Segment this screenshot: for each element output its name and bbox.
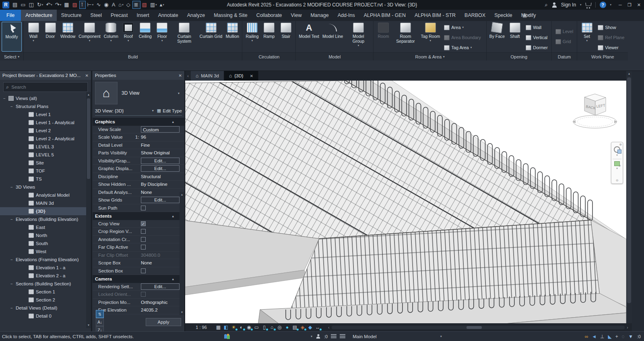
lock-3d-view-icon[interactable]: ⌂ [268,324,276,331]
tree-item[interactable]: Level 2 - Analytical [0,135,91,143]
tree-item[interactable]: Detail 0 [0,312,91,320]
ribbon-small-button[interactable]: Show [596,23,626,32]
close-navbar-icon[interactable]: ⊗ [619,143,622,146]
property-row[interactable]: Annotation Cr... ▴ [93,236,184,244]
tree-item[interactable]: − Sections (Building Section) [0,280,91,288]
checkbox[interactable] [141,221,146,226]
panel-label-build[interactable]: Build [24,52,242,60]
ribbon-small-button[interactable]: Vertical [524,33,550,42]
tree-item[interactable]: Section 1 [0,288,91,296]
active-workset-icon[interactable] [340,334,345,339]
scroll-up-icon[interactable]: ▴ [626,71,632,77]
expander-icon[interactable]: − [10,104,14,109]
navigation-bar[interactable]: ⊗ ▾ ▾ ⊖ [611,142,623,184]
zoom-region-icon[interactable] [614,161,620,166]
render-dialog-icon[interactable]: ◉ [245,324,253,331]
close-doc-icon[interactable]: ▨ [71,1,78,9]
tree-item[interactable]: Analytical Model [0,191,91,199]
ribbon-tab[interactable]: Insert [132,10,153,21]
checkbox[interactable] [141,206,146,210]
ribbon-tab[interactable]: ALPHA BIM - GEN [359,10,410,21]
property-row[interactable]: Visibility/Grap... Edit... Edit... ▴ [93,157,184,165]
ribbon-tab[interactable]: Structure [57,10,86,21]
ribbon-small-button[interactable]: Viewer [596,43,626,52]
collapse-section-icon[interactable]: ▴ [172,214,174,218]
scroll-down-icon[interactable]: ▾ [180,310,184,315]
shadows-icon[interactable]: ◐ [237,324,245,331]
property-row[interactable]: View Scale Custom Custom ▴ [93,126,184,134]
search-box[interactable]: ⌕ [3,82,88,92]
property-row[interactable]: Sun Path ▴ [93,204,184,212]
switch-windows-icon[interactable]: ▥ ▾ [149,1,158,9]
checkbox[interactable] [141,268,146,273]
scroll-down-icon[interactable]: ▾ [86,322,91,328]
scroll-up-icon[interactable]: ▴ [86,92,91,98]
close-view-tab-icon[interactable]: ✕ [250,74,253,78]
property-row[interactable]: Scope Box None None ▴ [93,259,184,267]
close-project-browser-icon[interactable]: ✕ [85,73,89,78]
tree-item[interactable]: LEVEL 5 [0,151,91,159]
media-tab[interactable]: ▣ ▾ [519,10,533,21]
ribbon-tab[interactable]: Speckle [490,10,516,21]
ribbon-button[interactable]: Model Text [297,22,320,52]
edit-button[interactable]: Edit... [141,158,180,164]
ribbon-small-button[interactable]: Area Boundary [442,33,484,42]
expander-icon[interactable]: − [10,306,14,310]
ribbon-small-button[interactable]: Wall [524,23,550,32]
search-icon[interactable]: ⌕ [545,2,547,8]
ribbon-small-button[interactable]: Grid [553,37,575,46]
panel-label-room-area[interactable]: Room & Area ▾ [374,52,486,60]
ribbon-button[interactable]: Tag Room ▾ [419,22,441,52]
checkbox[interactable] [141,229,146,234]
worksets-dialog-icon[interactable] [331,334,336,339]
wheel-caret-icon[interactable]: ▾ [616,154,618,157]
ribbon-tab[interactable]: BARBOX [460,10,490,21]
sun-settings-icon[interactable]: ☀ [230,324,237,331]
detail-level-icon[interactable]: ▦ [215,324,222,331]
ribbon-button[interactable]: Wall ▾ [25,22,41,52]
property-row[interactable]: Show Hidden ... By Discipline By Discipl… [93,181,184,189]
tree-item[interactable]: MAIN 3d [0,199,91,207]
ribbon-button[interactable]: Ceiling [137,22,153,52]
ribbon-tab[interactable]: Architecture [21,10,57,21]
steering-wheel-icon[interactable] [614,146,620,153]
scroll-left-icon[interactable]: ‹ [326,325,332,330]
property-row[interactable]: Show Grids Edit... Edit... ▴ [93,196,184,204]
ribbon-button[interactable]: Railing ▾ [244,22,260,52]
aligned-dimension-icon[interactable]: ⊢ ▾ [86,1,95,9]
tree-item[interactable]: Section 2 [0,296,91,304]
edit-button[interactable]: Edit... [141,197,180,203]
default-3d-view-icon[interactable]: ⌂ ▾ [117,1,124,9]
ribbon-button[interactable]: Component ▾ [77,22,101,52]
tree-item[interactable]: TS [0,175,91,183]
ribbon-tab[interactable]: ALPHA BIM - STR [410,10,460,21]
tree-item[interactable]: Elevation 1 - a [0,264,91,272]
account-icon[interactable] [552,2,557,8]
ribbon-button[interactable]: Stair [278,22,294,52]
sign-in-caret-icon[interactable]: ▾ [580,3,582,6]
tree-item[interactable]: Level 1 [0,110,91,119]
reveal-hidden-icon[interactable]: ◎ [276,324,283,331]
ribbon-tab[interactable]: Massing & Site [209,10,252,21]
view-tab-main-3d[interactable]: ⌂ MAIN 3d [191,71,224,81]
worksets-caret-icon[interactable]: ▾ [311,335,312,338]
property-row[interactable]: Parts Visibility Show Original Show Orig… [93,149,184,157]
property-row[interactable]: Section Box ▴ [93,267,184,275]
tree-item[interactable]: − Detail Views (Detail) [0,304,91,312]
crop-region-icon[interactable]: ▯ [260,324,268,331]
collapse-ribbon-icon[interactable]: ▴ ▾ [159,1,165,9]
close-button[interactable]: ✕ [637,2,641,8]
model-line-icon[interactable]: ∿ [95,1,102,9]
edit-button[interactable]: Edit... [141,165,180,172]
panel-label-model[interactable]: Model [296,52,373,60]
property-row[interactable]: Far Clip Active ▴ [93,243,184,252]
ribbon-button[interactable]: Door [42,22,58,52]
panel-label-work-plane[interactable]: Work Plane [577,52,628,60]
property-row[interactable]: Extents ▴ [93,212,184,220]
ribbon-button[interactable]: Column ▾ [103,22,120,52]
tree-item[interactable]: West [0,247,91,256]
navbar-more-icon[interactable]: ⊖ [616,179,619,182]
ribbon-small-button[interactable]: Area ▾ [442,23,484,32]
undo-icon[interactable]: ↶ ▾ [45,1,53,9]
ribbon-button[interactable]: Window [59,22,76,52]
